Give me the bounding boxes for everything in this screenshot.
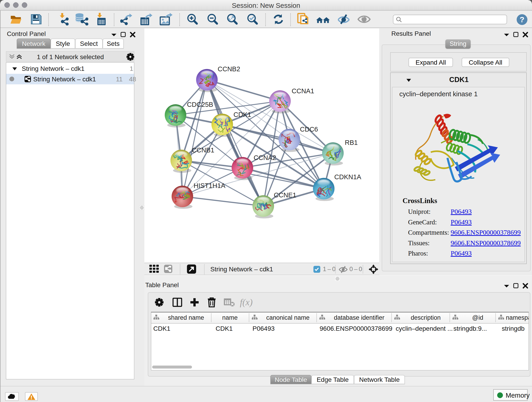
svg-text:CDC6: CDC6 [300,126,318,133]
svg-text:HIST1H1A: HIST1H1A [194,182,225,189]
svg-text:CDKN1A: CDKN1A [334,173,361,181]
svg-text:RB1: RB1 [345,139,358,146]
svg-text:CCNB1: CCNB1 [192,147,214,154]
svg-text:CCNA2: CCNA2 [254,154,276,161]
svg-text:CDK1: CDK1 [234,111,251,118]
svg-text:CCNB2: CCNB2 [218,65,240,73]
svg-text:CCNE1: CCNE1 [274,191,296,199]
svg-text:CCNA1: CCNA1 [292,87,314,95]
svg-text:CDC25B: CDC25B [187,101,213,108]
